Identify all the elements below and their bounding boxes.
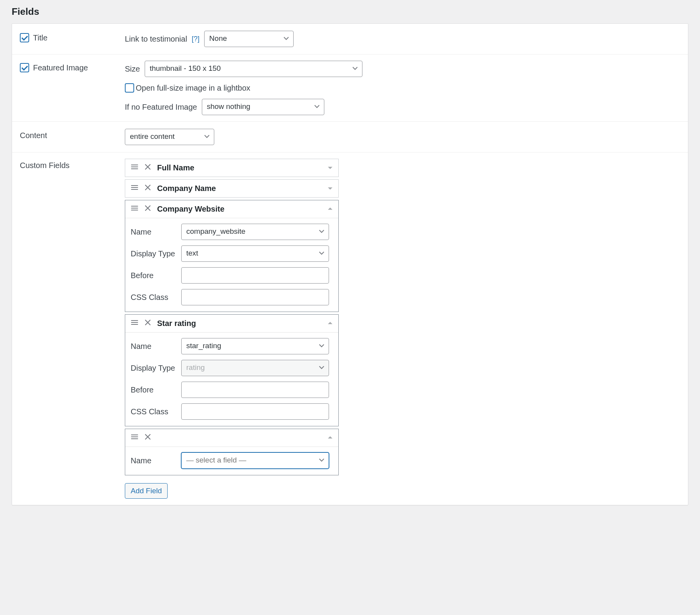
custom-field-card: Star ratingNamestar_ratingDisplay Typera…	[125, 314, 339, 426]
custom-field-card: Company WebsiteNamecompany_websiteDispla…	[125, 200, 339, 312]
row-content: Content entire content	[12, 122, 688, 152]
close-icon[interactable]	[144, 433, 152, 443]
cf-name-select[interactable]: — select a field —	[181, 452, 329, 469]
custom-field-title: Star rating	[157, 319, 322, 328]
toggle-icon[interactable]	[327, 319, 333, 328]
cf-before-input[interactable]	[181, 267, 329, 284]
cf-name-label: Name	[131, 456, 181, 465]
cf-name-select[interactable]: star_rating	[181, 338, 329, 354]
cf-display-type-label: Display Type	[131, 249, 181, 258]
custom-field-header[interactable]	[125, 429, 338, 447]
cf-display-type-select: rating	[181, 360, 329, 376]
add-field-button[interactable]: Add Field	[125, 483, 168, 499]
featured-image-label: Featured Image	[33, 63, 88, 72]
cf-before-input[interactable]	[181, 382, 329, 398]
help-link-icon[interactable]: [?]	[192, 35, 200, 43]
custom-fields-label: Custom Fields	[20, 161, 70, 170]
fallback-select[interactable]: show nothing	[202, 99, 324, 115]
cf-display-type-select[interactable]: text	[181, 245, 329, 262]
drag-handle-icon[interactable]	[131, 163, 138, 173]
close-icon[interactable]	[144, 184, 152, 193]
toggle-icon[interactable]	[327, 184, 333, 193]
cf-css-class-label: CSS Class	[131, 293, 181, 302]
lightbox-label: Open full-size image in a lightbox	[136, 84, 250, 93]
custom-field-card: Name— select a field —	[125, 429, 339, 475]
content-select[interactable]: entire content	[125, 129, 214, 145]
cf-before-label: Before	[131, 385, 181, 394]
custom-field-title: Company Website	[157, 205, 322, 214]
row-featured-image: Featured Image Size thumbnail - 150 x 15…	[12, 54, 688, 122]
custom-field-body: Name— select a field —	[125, 447, 338, 475]
close-icon[interactable]	[144, 204, 152, 214]
fields-panel: Title Link to testimonial [?] None	[12, 23, 688, 505]
fallback-label: If no Featured Image	[125, 103, 197, 112]
custom-field-header[interactable]: Star rating	[125, 315, 338, 332]
custom-field-title: Company Name	[157, 184, 322, 193]
lightbox-checkbox[interactable]	[125, 83, 134, 93]
drag-handle-icon[interactable]	[131, 319, 138, 328]
custom-field-header[interactable]: Company Name	[125, 180, 338, 197]
link-to-testimonial-label: Link to testimonial	[125, 35, 187, 44]
cf-css-class-input[interactable]	[181, 403, 329, 420]
close-icon[interactable]	[144, 319, 152, 328]
size-label: Size	[125, 65, 140, 74]
close-icon[interactable]	[144, 163, 152, 173]
link-to-testimonial-select[interactable]: None	[204, 31, 294, 47]
content-label: Content	[20, 131, 47, 140]
custom-field-body: Namecompany_websiteDisplay TypetextBefor…	[125, 218, 338, 312]
drag-handle-icon[interactable]	[131, 184, 138, 193]
custom-field-body: Namestar_ratingDisplay TyperatingBeforeC…	[125, 332, 338, 426]
toggle-icon[interactable]	[327, 205, 333, 214]
custom-field-header[interactable]: Full Name	[125, 159, 338, 177]
featured-image-checkbox[interactable]	[20, 63, 29, 72]
row-custom-fields: Custom Fields Full NameCompany NameCompa…	[12, 152, 688, 505]
drag-handle-icon[interactable]	[131, 433, 138, 443]
cf-name-label: Name	[131, 342, 181, 351]
drag-handle-icon[interactable]	[131, 204, 138, 214]
cf-css-class-label: CSS Class	[131, 407, 181, 416]
title-label: Title	[33, 33, 47, 42]
row-title: Title Link to testimonial [?] None	[12, 24, 688, 54]
cf-before-label: Before	[131, 271, 181, 280]
cf-css-class-input[interactable]	[181, 289, 329, 305]
cf-display-type-label: Display Type	[131, 364, 181, 373]
toggle-icon[interactable]	[327, 163, 333, 172]
custom-field-card: Company Name	[125, 179, 339, 198]
cf-name-select[interactable]: company_website	[181, 224, 329, 240]
custom-field-title: Full Name	[157, 163, 322, 172]
cf-name-label: Name	[131, 228, 181, 237]
custom-field-header[interactable]: Company Website	[125, 200, 338, 218]
title-checkbox[interactable]	[20, 33, 29, 42]
page-title: Fields	[12, 6, 688, 17]
custom-field-card: Full Name	[125, 159, 339, 177]
toggle-icon[interactable]	[327, 433, 333, 442]
size-select[interactable]: thumbnail - 150 x 150	[145, 61, 362, 77]
